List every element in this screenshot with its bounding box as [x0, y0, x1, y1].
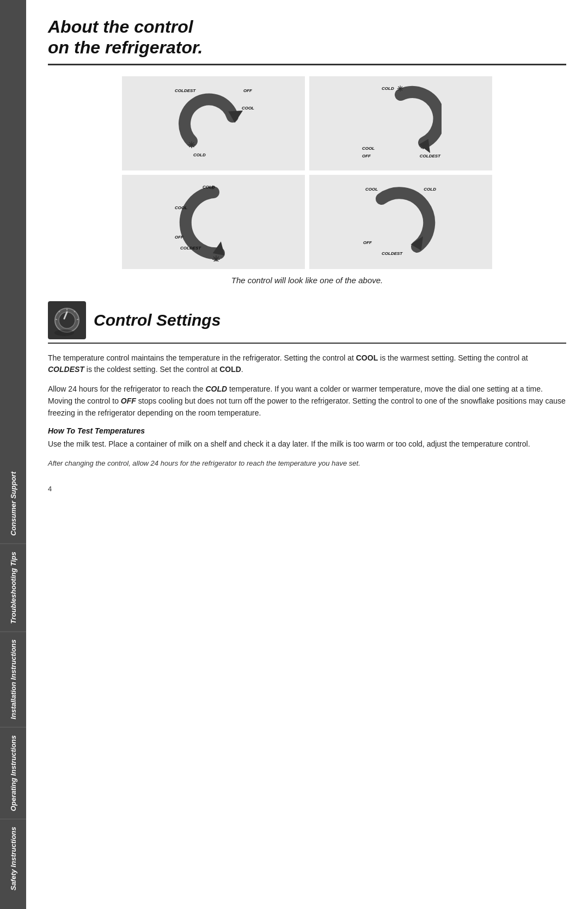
dial-2-svg: ✳ ✳ [360, 84, 442, 163]
svg-text:✳: ✳ [230, 111, 235, 117]
page-header: About the control on the refrigerator. [48, 16, 566, 65]
sidebar-item-troubleshooting[interactable]: Troubleshooting Tips [0, 544, 26, 632]
dial-1: ✳ ✳ COLDEST OFF COOL COLD [173, 84, 254, 163]
dial-3-label-off: OFF [175, 235, 183, 240]
svg-line-19 [56, 319, 57, 320]
dial-box-1: ✳ ✳ COLDEST OFF COOL COLD [122, 76, 305, 170]
dial-box-2: ✳ ✳ COLD COOL OFF COLDEST [309, 76, 492, 170]
page-number: 4 [48, 485, 566, 493]
sidebar-item-installation[interactable]: Installation Instructions [0, 632, 26, 728]
dial-4-label-cold: COLD [424, 187, 436, 192]
dial-box-3: ✳ ✳ COLD COOL OFF COLDEST [122, 175, 305, 269]
main-content: About the control on the refrigerator. [26, 0, 588, 909]
dial-caption: The control will look like one of the ab… [48, 276, 566, 285]
dial-4-label-cool: COOL [365, 187, 378, 192]
sidebar-item-operating[interactable]: Operating Instructions [0, 728, 26, 819]
dial-3-label-cool: COOL [175, 205, 187, 210]
dials-section: ✳ ✳ COLDEST OFF COOL COLD [48, 76, 566, 285]
dial-2-label-cool: COOL [362, 146, 375, 151]
dial-2-label-coldest: COLDEST [420, 154, 440, 158]
dial-3: ✳ ✳ COLD COOL OFF COLDEST [173, 182, 254, 261]
subsection-title: How To Test Temperatures [48, 426, 566, 435]
sidebar: Consumer Support Troubleshooting Tips In… [0, 0, 26, 909]
dial-4-label-coldest: COLDEST [382, 251, 402, 256]
svg-point-13 [59, 312, 75, 328]
svg-text:✳: ✳ [212, 254, 220, 261]
settings-paragraph-2: Allow 24 hours for the refrigerator to r… [48, 383, 566, 419]
settings-paragraph-1: The temperature control maintains the te… [48, 352, 566, 376]
svg-text:✳: ✳ [188, 141, 195, 150]
dial-4-svg [360, 182, 442, 261]
svg-line-17 [77, 319, 78, 320]
svg-text:✳: ✳ [397, 84, 403, 93]
svg-text:✳: ✳ [420, 142, 426, 151]
dial-1-label-coldest: COLDEST [175, 88, 195, 93]
settings-title: Control Settings [94, 311, 220, 330]
settings-paragraph-3: Use the milk test. Place a container of … [48, 438, 566, 450]
dial-3-label-coldest: COLDEST [180, 246, 201, 251]
sidebar-item-safety[interactable]: Safety Instructions [0, 819, 26, 898]
dial-4-label-off: OFF [363, 240, 372, 245]
dial-3-label-cold: COLD [203, 185, 215, 190]
dial-1-svg: ✳ ✳ [173, 84, 254, 163]
settings-section: Control Settings The temperature control… [48, 301, 566, 493]
dials-grid: ✳ ✳ COLDEST OFF COOL COLD [122, 76, 492, 269]
settings-italic-note: After changing the control, allow 24 hou… [48, 458, 566, 469]
svg-point-20 [54, 330, 74, 336]
settings-header: Control Settings [48, 301, 566, 344]
dial-2: ✳ ✳ COLD COOL OFF COLDEST [360, 84, 442, 163]
dial-1-label-off: OFF [243, 88, 252, 93]
settings-dial-icon [48, 301, 86, 339]
dial-2-label-cold: COLD [382, 86, 394, 91]
page-title: About the control on the refrigerator. [48, 16, 566, 58]
dial-2-label-off: OFF [362, 154, 371, 158]
dial-box-4: COOL COLD OFF COLDEST [309, 175, 492, 269]
sidebar-item-consumer-support[interactable]: Consumer Support [0, 464, 26, 544]
dial-1-label-cold: COLD [193, 152, 206, 157]
dial-4: COOL COLD OFF COLDEST [360, 182, 442, 261]
dial-1-label-cool: COOL [242, 106, 254, 111]
